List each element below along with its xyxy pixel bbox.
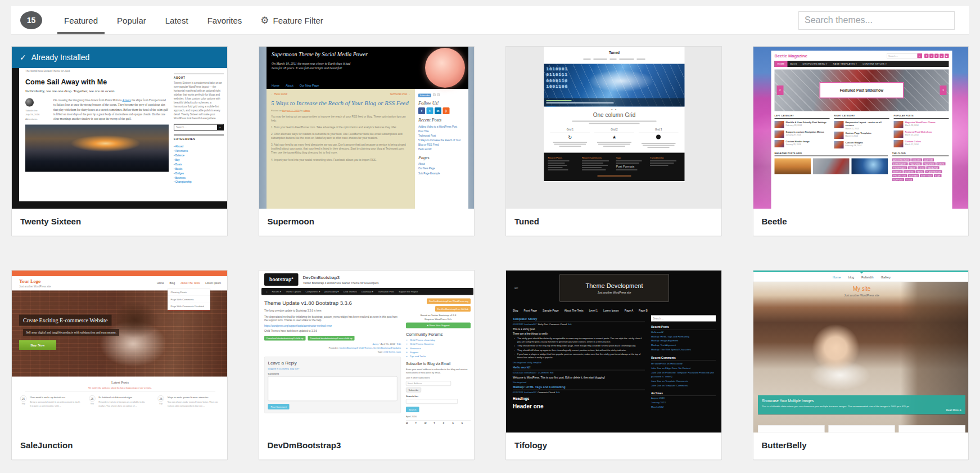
tag-chip: ARCHITECTURE bbox=[892, 158, 910, 161]
tifology-preview: WP Theme Development Just another WordPr… bbox=[506, 271, 721, 433]
post-excerpt: You can always make yourself more better… bbox=[168, 400, 220, 407]
tab-latest[interactable]: Latest bbox=[159, 6, 195, 34]
theme-card-salejunction[interactable]: Your Logo Just another WordPress site Ho… bbox=[11, 270, 228, 460]
post-item: Custom ColorsMarch 12, 2014 bbox=[893, 140, 949, 147]
page-link: Sub Page Example bbox=[418, 171, 465, 175]
recent-comment: John Doe on Edge Case: No Content bbox=[651, 366, 716, 370]
post-title: Hello world! bbox=[513, 363, 645, 370]
archive-link: August 2013 bbox=[651, 396, 716, 400]
show-support-button: ♥ Show Your Support bbox=[406, 323, 471, 328]
tag-chip: SIDEBAR bbox=[907, 174, 919, 177]
post-list-item: 2. Offer alternate ways for readers to s… bbox=[271, 132, 410, 140]
forum-link: Child Theme clean-blog bbox=[410, 338, 471, 342]
footer-column: Tags Post Formats bbox=[616, 156, 647, 172]
comment-textarea[interactable] bbox=[268, 376, 397, 401]
tag-chip: YOGA bbox=[905, 178, 913, 181]
supermoon-preview: Supermoon Theme by Social Media Power On… bbox=[259, 47, 475, 209]
feature-filter-button[interactable]: ⚙ Feature Filter bbox=[260, 16, 323, 25]
forum-link: Child Theme Swatcher bbox=[410, 342, 471, 346]
site-title: Beetle Magazine bbox=[774, 53, 887, 58]
theme-screenshot[interactable]: bootstrap⊕ DevDmBootstrap3 Twitter Boots… bbox=[259, 271, 475, 433]
theme-screenshot[interactable]: WP Theme Development Just another WordPr… bbox=[506, 271, 721, 433]
avatar bbox=[25, 98, 34, 107]
tag-chip: LOGO bbox=[917, 166, 925, 169]
twitter-icon: t bbox=[426, 107, 433, 114]
theme-card-tifology[interactable]: WP Theme Development Just another WordPr… bbox=[505, 270, 722, 460]
next-post-link: Technorati Post → bbox=[390, 93, 410, 96]
post-meta: Posted on August 11, 2010 by admin bbox=[271, 109, 410, 111]
nav-item: Sample Page bbox=[543, 309, 559, 313]
sidebar: Subscribe Follow Us! f t in ᛒ bbox=[415, 89, 468, 209]
category-link: Boats bbox=[174, 163, 224, 167]
category-link: Books bbox=[174, 167, 224, 172]
rss-icon: ᛒ bbox=[442, 107, 449, 114]
theme-screenshot[interactable]: Home blog Fullwidth Gallery My site Just… bbox=[753, 271, 969, 433]
magazine-photo bbox=[812, 158, 848, 174]
theme-card-devdmbootstrap3[interactable]: bootstrap⊕ DevDmBootstrap3 Twitter Boots… bbox=[259, 270, 475, 460]
popular-posts-column: POPULAR POSTS Magazine WordPress ThemeMa… bbox=[893, 115, 949, 148]
calendar-days: MTWTFSS bbox=[406, 420, 471, 425]
theme-count-badge: 15 bbox=[20, 11, 42, 29]
grid-cell: Grid 1 ↻ bbox=[550, 128, 590, 149]
site-footer: Recent Posts Recent Comments Tags Post F… bbox=[544, 153, 685, 182]
nav-item: Page A bbox=[625, 309, 633, 313]
post-title: Markup: HTML Tags and Formatting bbox=[513, 383, 645, 390]
theme-name: Supermoon bbox=[268, 217, 466, 226]
search-input[interactable] bbox=[406, 399, 458, 404]
theme-name: SaleJunction bbox=[20, 440, 219, 450]
footer-credits bbox=[548, 172, 681, 179]
section-heading: One column Grid bbox=[544, 112, 685, 119]
tag-chip: IMAGE bbox=[907, 166, 916, 169]
tab-favorites[interactable]: Favorites bbox=[201, 6, 249, 34]
slider-dots: ● ● bbox=[544, 108, 685, 111]
nav-item: Front Page bbox=[524, 309, 538, 313]
read-more-link: Read More ⊕ bbox=[762, 409, 961, 412]
search-input[interactable]: Search ... bbox=[651, 316, 716, 322]
theme-screenshot[interactable]: Supermoon Theme by Social Media Power On… bbox=[259, 47, 475, 209]
email-input[interactable]: Email Address bbox=[406, 381, 451, 386]
theme-screenshot[interactable]: Your Logo Just another WordPress site Ho… bbox=[12, 271, 227, 433]
tag-chip: MODERN bbox=[904, 170, 915, 173]
theme-screenshot[interactable]: The WordPress Default Theme for 2016 Com… bbox=[12, 47, 227, 209]
post-thumbnail bbox=[893, 130, 903, 138]
post-meta: 01/01/2012 benlumia007 Sticky Post Comme… bbox=[513, 323, 645, 326]
latest-posts-subtitle: We notify the audience about the latest … bbox=[12, 386, 227, 389]
comment-icon bbox=[656, 135, 661, 139]
theme-card-butterbelly[interactable]: Home blog Fullwidth Gallery My site Just… bbox=[753, 270, 969, 460]
content-box bbox=[828, 425, 895, 433]
tag-chip: PROJECTOR bbox=[892, 174, 906, 177]
theme-footer: Tifology bbox=[506, 433, 721, 460]
recent-comment: John Doe on Template: Comments bbox=[651, 384, 716, 388]
theme-card-beetle[interactable]: Beetle Magazine Search ... ⌕ ᛒ t f g ▶ bbox=[753, 46, 969, 236]
theme-card-twenty-sixteen[interactable]: ✓ Already Installed The WordPress Defaul… bbox=[11, 46, 228, 236]
nav-item: HOME bbox=[774, 61, 787, 67]
magazine-photo bbox=[774, 158, 810, 174]
theme-card-supermoon[interactable]: Supermoon Theme by Social Media Power On… bbox=[259, 46, 475, 236]
tab-featured[interactable]: Featured bbox=[57, 6, 105, 34]
recent-comment: Jane Doe on Template: Comments bbox=[651, 379, 716, 382]
slide-caption bbox=[544, 98, 685, 107]
filter-tabs: Featured Popular Latest Favorites bbox=[55, 6, 251, 34]
gear-icon: ⚙ bbox=[260, 16, 269, 25]
already-installed-banner: ✓ Already Installed bbox=[12, 47, 227, 68]
nav-item: Level 1 bbox=[589, 309, 598, 313]
tab-popular[interactable]: Popular bbox=[110, 6, 153, 34]
theme-card-tuned[interactable]: Tuned 1010001 0110111 0000110 1001100 bbox=[505, 46, 722, 236]
left-category-column: LEFT CATEGORY Flexible & User-Friendly P… bbox=[774, 115, 829, 148]
devdmbootstrap3-preview: bootstrap⊕ DevDmBootstrap3 Twitter Boots… bbox=[259, 271, 475, 433]
post-thumbnail bbox=[834, 132, 843, 139]
post-meta: 01/11/2013 benlumia007 Comments Closed E… bbox=[513, 391, 645, 394]
recent-post-link: Adding Video to a WordPress Post bbox=[418, 124, 465, 129]
featured-slider: ‹ Featured Post Slideshow › bbox=[774, 70, 949, 111]
tag-chip: SUPPORT bbox=[892, 178, 904, 181]
tuned-preview: Tuned 1010001 0110111 0000110 1001100 bbox=[506, 47, 721, 209]
theme-screenshot[interactable]: Beetle Magazine Search ... ⌕ ᛒ t f g ▶ bbox=[753, 47, 969, 209]
youtube-icon: ▶ bbox=[945, 54, 949, 58]
theme-screenshot[interactable]: Tuned 1010001 0110111 0000110 1001100 bbox=[506, 47, 721, 209]
post-comment-button: Post Comment bbox=[268, 404, 289, 409]
search-themes-input[interactable] bbox=[798, 11, 955, 30]
post-item: Custom Page TemplatesMarch 3, 2014 bbox=[834, 132, 889, 139]
post-day-badge: 25 bbox=[158, 395, 164, 402]
site-title: DevDmBootstrap3 bbox=[302, 275, 378, 280]
tag-chip: FONTS bbox=[936, 162, 945, 165]
